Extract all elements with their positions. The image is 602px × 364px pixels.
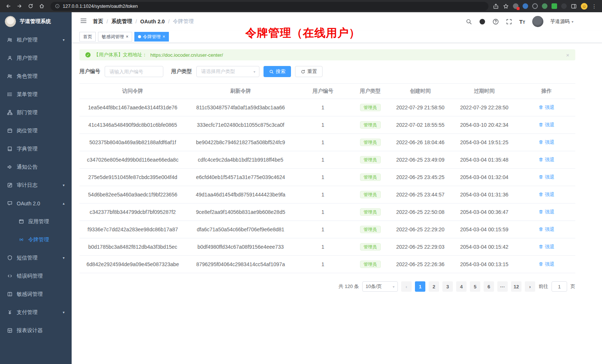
tab-home[interactable]: 首页 [79,32,96,42]
breadcrumb-home[interactable]: 首页 [93,18,103,25]
doc-link[interactable]: https://doc.iocoder.cn/user-center/ [150,52,223,58]
browser-profile-avatar[interactable]: ☺ [581,3,588,10]
sidebar-item-sms[interactable]: 短信管理 ▾ [0,249,72,267]
page-button-5[interactable]: 5 [470,281,480,292]
col-user-type: 用户类型 [351,84,390,99]
force-logout-button[interactable]: 强退 [539,104,554,111]
chevron-down-icon: ▾ [63,38,65,42]
extension-icon[interactable] [513,3,518,9]
search-button[interactable]: 搜索 [264,66,291,77]
user-id-cell: 1 [295,99,351,116]
sidebar-item-audit-log[interactable]: 审计日志 ▾ [0,176,72,194]
action-cell: 强退 [518,221,575,238]
browser-reload-button[interactable] [26,2,35,11]
action-cell: 强退 [518,99,575,116]
force-logout-button[interactable]: 强退 [539,244,554,250]
page-button-4[interactable]: 4 [456,281,467,292]
action-cell: 强退 [518,151,575,169]
page-button-2[interactable]: 2 [429,281,439,292]
tab-token[interactable]: 令牌管理 × [134,32,169,42]
bookmark-star-icon[interactable] [503,3,509,9]
force-logout-button[interactable]: 强退 [539,226,554,233]
created-at-cell: 2022-06-25 23:49:09 [390,151,451,169]
sidebar-item-oauth2-app[interactable]: 应用管理 [0,212,72,231]
browser-menu-icon[interactable]: ⋮ [592,3,597,9]
sidebar-item-sensitive-word[interactable]: 敏感词管理 [0,285,72,303]
side-panel-icon[interactable] [571,3,577,9]
created-at-cell: 2022-07-02 18:55:55 [390,116,451,134]
breadcrumb: 首页 / 系统管理 / OAuth 2.0 / 令牌管理 [93,18,194,25]
user-type-badge: 管理员 [360,208,381,216]
share-icon[interactable] [493,3,499,9]
created-at-cell: 2022-06-25 23:44:57 [390,186,451,203]
page-button-12[interactable]: 12 [511,281,521,292]
tab-sensitive-word[interactable]: 敏感词管理 × [98,32,132,42]
collapse-sidebar-button[interactable] [80,17,87,26]
force-logout-button[interactable]: 强退 [539,209,554,215]
force-logout-button[interactable]: 强退 [539,139,554,146]
user-type-badge: 管理员 [360,191,381,198]
username: 芋道源码 [550,18,570,25]
sidebar-item-role[interactable]: 角色管理 [0,67,72,85]
access-token-cell: 54d6be82ee5a460a9aedc1f9bf223656 [79,186,186,203]
close-icon[interactable]: × [163,34,165,39]
extension-icon[interactable] [542,3,547,9]
extension-icon[interactable] [523,3,528,9]
app-logo[interactable]: 芋道管理系统 [0,12,72,31]
sidebar-item-notice[interactable]: 通知公告 [0,158,72,176]
browser-home-button[interactable] [37,2,46,11]
action-cell: 强退 [518,238,575,256]
force-logout-button[interactable]: 强退 [539,174,554,181]
force-logout-button[interactable]: 强退 [539,191,554,198]
user-type-select[interactable]: 请选择用户类型 ▾ [196,66,259,77]
help-icon[interactable] [493,19,499,25]
sidebar-item-dept[interactable]: 部门管理 [0,103,72,122]
page-button-3[interactable]: 3 [442,281,453,292]
sidebar-menu: 租户管理 ▾ 用户管理 角色管理 菜单管理 部门管理 岗位管理 [0,31,72,364]
alert-close-icon[interactable]: × [566,52,569,58]
page-size-select[interactable]: 10条/页 ▾ [362,281,398,292]
sidebar-item-user[interactable]: 用户管理 [0,49,72,67]
access-token-cell: c347026e805e4d99b0d116eae66eda8c [79,151,186,169]
more-pages-button[interactable]: ··· [497,281,508,292]
breadcrumb-oauth2[interactable]: OAuth 2.0 [140,19,165,24]
search-icon[interactable] [466,19,472,25]
next-page-button[interactable]: › [525,281,535,292]
sidebar-item-post[interactable]: 岗位管理 [0,122,72,140]
address-bar[interactable]: 127.0.0.1:1024/system/oauth2/token [50,2,488,11]
sidebar-item-dict[interactable]: 字典管理 [0,140,72,158]
extensions-puzzle-icon[interactable] [552,3,557,9]
page-button-6[interactable]: 6 [484,281,494,292]
user-avatar[interactable] [532,16,543,27]
breadcrumb-system[interactable]: 系统管理 [111,18,132,25]
fullscreen-icon[interactable] [506,19,512,25]
user-id-input[interactable] [105,66,163,77]
sidebar-item-error-code[interactable]: 错误码管理 [0,267,72,285]
sidebar-item-oauth2[interactable]: OAuth 2.0 ▴ [0,194,72,212]
prev-page-button[interactable]: ‹ [401,281,412,292]
font-size-icon[interactable]: TT [519,19,525,25]
col-actions: 操作 [518,84,575,99]
user-dropdown[interactable]: 芋道源码 ▾ [550,18,573,25]
sidebar-item-oauth2-token[interactable]: 令牌管理 [0,231,72,249]
sidebar-item-pay[interactable]: 支付管理 ▾ [0,303,72,321]
github-icon[interactable] [479,19,485,25]
force-logout-button[interactable]: 强退 [539,261,554,268]
browser-forward-button[interactable] [15,2,24,11]
sidebar-item-report-designer[interactable]: 报表设计器 [0,321,72,340]
tenant-users-icon [7,37,13,43]
browser-back-button[interactable] [4,2,13,11]
created-at-cell: 2022-07-29 21:58:50 [390,99,451,116]
force-logout-button[interactable]: 强退 [539,122,554,128]
goto-page-input[interactable] [552,281,567,292]
arrow-left-icon [6,3,11,9]
force-logout-button[interactable]: 强退 [539,156,554,163]
reset-button[interactable]: 重置 [295,66,323,77]
org-tree-icon [7,110,13,115]
page-button-1[interactable]: 1 [415,281,425,292]
extension-icon[interactable] [532,3,538,9]
extension-icon[interactable] [561,3,567,9]
sidebar-item-tenant[interactable]: 租户管理 ▾ [0,31,72,49]
close-icon[interactable]: × [126,34,128,39]
sidebar-item-menu[interactable]: 菜单管理 [0,85,72,103]
